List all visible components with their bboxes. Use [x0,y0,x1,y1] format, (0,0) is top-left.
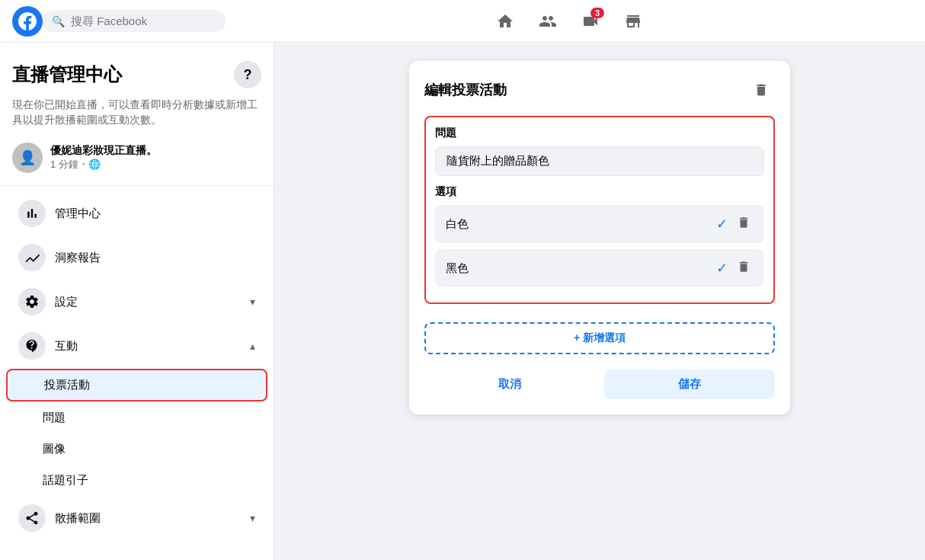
options-label: 選項 [435,185,764,199]
marketplace-nav-btn[interactable] [615,6,651,37]
search-bar[interactable]: 🔍 [43,10,226,32]
divider [0,185,274,186]
gear-icon [18,288,46,315]
sidebar-item-management[interactable]: 管理中心 [6,192,267,235]
option-item-1: 白色 ✓ [435,205,764,243]
option-delete-1[interactable] [734,213,754,235]
sidebar-item-question[interactable]: 問題 [6,403,267,433]
option-text-2: 黑色 [446,261,716,276]
user-name: 優妮迪彩妝現正直播。 [50,144,157,158]
top-nav: 🔍 3 [0,0,925,43]
question-input[interactable] [435,146,764,176]
option-check-icon-1: ✓ [716,216,728,232]
sidebar-item-image[interactable]: 圖像 [6,434,267,464]
save-button[interactable]: 儲存 [604,370,775,399]
poll-panel: 編輯投票活動 問題 選項 白色 ✓ [409,61,790,414]
facebook-logo[interactable] [12,6,43,37]
sidebar-header: 直播管理中心 ? [0,55,274,91]
option-check-icon-2: ✓ [716,260,728,277]
sidebar-item-hashtag[interactable]: 話題引子 [6,466,267,495]
delete-button[interactable] [747,76,775,104]
panel-actions: 取消 儲存 [424,370,775,399]
add-option-button[interactable]: + 新增選項 [424,322,775,354]
hashtag-label: 話題引子 [43,473,88,488]
option-item-2: 黑色 ✓ [435,249,764,287]
sidebar-item-poll[interactable]: 投票活動 [6,369,267,402]
video-nav-btn[interactable]: 3 [572,6,609,37]
main-content: 編輯投票活動 問題 選項 白色 ✓ [274,43,925,560]
insights-label: 洞察報告 [55,251,255,265]
help-button[interactable]: ? [234,61,261,88]
broadcast-icon [18,504,46,532]
management-label: 管理中心 [55,206,255,221]
sidebar-item-broadcast[interactable]: 散播範圍 ▾ [6,497,267,539]
poll-label: 投票活動 [44,378,90,392]
broadcast-label: 散播範圍 [55,511,241,526]
question-label: 問題 [43,411,66,425]
search-icon: 🔍 [52,15,65,27]
interaction-label: 互動 [55,339,241,354]
avatar: 👤 [12,142,43,173]
options-section: 選項 白色 ✓ 黑色 ✓ [435,185,764,287]
trend-icon [18,244,46,271]
form-section: 問題 選項 白色 ✓ 黑色 ✓ [424,116,775,304]
search-input[interactable] [71,14,216,27]
option-delete-2[interactable] [734,257,754,280]
broadcast-chevron-icon: ▾ [250,512,255,524]
sidebar-title: 直播管理中心 [12,62,122,87]
panel-title: 編輯投票活動 [424,81,507,99]
panel-header: 編輯投票活動 [424,76,775,104]
settings-chevron-icon: ▾ [250,296,255,308]
sidebar-description: 現在你已開始直播，可以查看即時分析數據或新增工具以提升散播範圍或互動次數。 [0,91,274,136]
question-label: 問題 [435,126,764,140]
interact-icon [18,332,46,360]
video-badge: 3 [591,8,604,18]
cancel-button[interactable]: 取消 [424,370,595,399]
chart-bar-icon [18,200,46,227]
sidebar-item-insights[interactable]: 洞察報告 [6,236,267,279]
option-text-1: 白色 [446,217,716,232]
sidebar-item-settings[interactable]: 設定 ▾ [6,280,267,323]
sidebar: 直播管理中心 ? 現在你已開始直播，可以查看即時分析數據或新增工具以提升散播範圍… [0,43,274,560]
interaction-chevron-icon: ▴ [250,340,255,352]
image-label: 圖像 [43,442,66,456]
home-nav-btn[interactable] [487,6,523,37]
user-time: 1 分鐘・🌐 [50,158,157,171]
sidebar-item-interaction[interactable]: 互動 ▴ [6,325,267,367]
main-layout: 直播管理中心 ? 現在你已開始直播，可以查看即時分析數據或新增工具以提升散播範圍… [0,43,925,560]
user-details: 優妮迪彩妝現正直播。 1 分鐘・🌐 [50,144,157,171]
user-live-info: 👤 優妮迪彩妝現正直播。 1 分鐘・🌐 [0,136,274,179]
nav-center: 3 [226,6,913,37]
settings-label: 設定 [55,295,241,309]
friends-nav-btn[interactable] [530,6,566,37]
